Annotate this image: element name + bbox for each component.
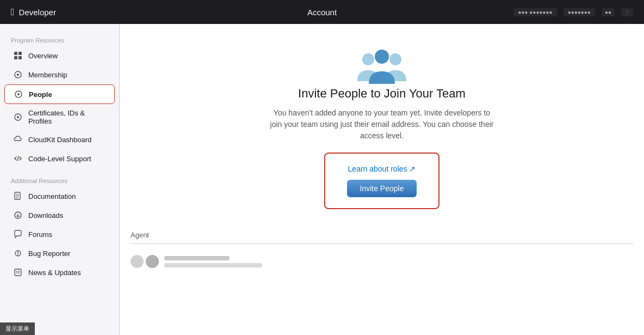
footer-hint: 显示菜单 (0, 322, 35, 335)
sidebar-item-news-updates[interactable]: News & Updates (4, 263, 115, 282)
sidebar-item-code-support-label: Code-Level Support (28, 155, 91, 163)
agent-avatar-group (131, 255, 159, 268)
agent-section-label: Agent (131, 231, 633, 244)
app-name: Developer (19, 8, 56, 17)
bug-reporter-icon (13, 248, 23, 258)
code-support-icon (13, 154, 23, 163)
app-layout: Program Resources Overview Membership Pe… (0, 24, 644, 335)
svg-point-5 (17, 74, 19, 76)
invite-people-button[interactable]: Invite People (347, 180, 417, 197)
sidebar-item-downloads[interactable]: Downloads (4, 206, 115, 224)
agent-info-line-2 (164, 263, 262, 267)
sidebar-item-bug-reporter[interactable]: Bug Reporter (4, 244, 115, 263)
header-settings[interactable]: ●●●●●●● (564, 8, 595, 16)
downloads-icon (13, 210, 23, 220)
svg-rect-1 (18, 52, 22, 55)
svg-point-9 (17, 116, 19, 118)
apple-icon:  (11, 7, 15, 18)
sidebar-item-code-support[interactable]: Code-Level Support (4, 149, 115, 168)
agent-info-line-1 (164, 256, 230, 260)
agent-section: Agent (120, 231, 644, 273)
svg-point-23 (17, 254, 18, 255)
app-logo[interactable]:  Developer (11, 7, 56, 18)
additional-resources-label: Additional Resources (0, 173, 119, 186)
sidebar-item-certificates[interactable]: Certificates, IDs & Profiles (4, 105, 115, 130)
sidebar-item-documentation-label: Documentation (28, 192, 76, 200)
sidebar-item-membership-label: Membership (28, 71, 67, 79)
sidebar-item-people-label: People (29, 90, 52, 99)
sidebar-item-certificates-label: Certificates, IDs & Profiles (28, 109, 106, 125)
header-actions: ●●● ●●●●●●● ●●●●●●● ●● ⋮ (513, 8, 633, 16)
app-header:  Developer Account ●●● ●●●●●●● ●●●●●●● … (0, 0, 644, 24)
overview-icon (13, 51, 23, 60)
invite-action-card: Learn about roles ↗ Invite People (324, 153, 440, 209)
invite-section: Invite People to Join Your Team You have… (120, 24, 644, 226)
people-icon (14, 89, 23, 99)
page-title: Account (307, 8, 337, 17)
svg-point-7 (17, 93, 20, 95)
svg-line-11 (15, 159, 16, 160)
header-profile[interactable]: ●●● ●●●●●●● (513, 8, 556, 16)
learn-roles-link[interactable]: Learn about roles ↗ (348, 165, 416, 173)
sidebar-item-forums[interactable]: Forums (4, 225, 115, 243)
sidebar-item-cloudkit-label: CloudKit Dashboard (28, 136, 91, 144)
documentation-icon (13, 191, 23, 201)
program-resources-label: Program Resources (0, 33, 119, 46)
agent-avatar-2 (146, 255, 159, 268)
main-content: Invite People to Join Your Team You have… (120, 24, 644, 335)
certificates-icon (13, 112, 23, 122)
agent-row (131, 249, 633, 273)
svg-line-13 (20, 159, 21, 160)
svg-rect-2 (14, 56, 17, 59)
agent-avatar-1 (131, 255, 144, 268)
sidebar-item-membership[interactable]: Membership (4, 65, 115, 84)
sidebar-item-overview-label: Overview (28, 52, 58, 60)
news-updates-icon (13, 267, 23, 277)
forums-icon (13, 229, 23, 239)
invite-description: You haven't added anyone to your team ye… (268, 107, 496, 142)
sidebar-item-overview[interactable]: Overview (4, 46, 115, 65)
sidebar-item-bug-reporter-label: Bug Reporter (28, 249, 70, 258)
people-group-illustration (355, 46, 409, 87)
invite-title: Invite People to Join Your Team (298, 87, 466, 101)
svg-rect-0 (14, 52, 17, 55)
sidebar-item-documentation[interactable]: Documentation (4, 187, 115, 205)
sidebar-item-cloudkit[interactable]: CloudKit Dashboard (4, 130, 115, 149)
header-help[interactable]: ●● (602, 8, 615, 16)
agent-info-lines (164, 256, 262, 267)
sidebar: Program Resources Overview Membership Pe… (0, 24, 120, 335)
sidebar-item-news-updates-label: News & Updates (28, 269, 81, 277)
svg-rect-24 (15, 269, 21, 276)
svg-rect-3 (18, 56, 22, 59)
svg-point-29 (375, 50, 389, 64)
svg-line-14 (17, 156, 18, 161)
membership-icon (13, 70, 23, 80)
sidebar-item-forums-label: Forums (28, 230, 52, 239)
svg-point-27 (362, 53, 374, 65)
sidebar-item-downloads-label: Downloads (28, 211, 63, 220)
header-more[interactable]: ⋮ (621, 8, 633, 16)
cloudkit-icon (13, 135, 23, 144)
svg-point-28 (389, 53, 401, 65)
sidebar-item-people[interactable]: People (4, 84, 115, 104)
